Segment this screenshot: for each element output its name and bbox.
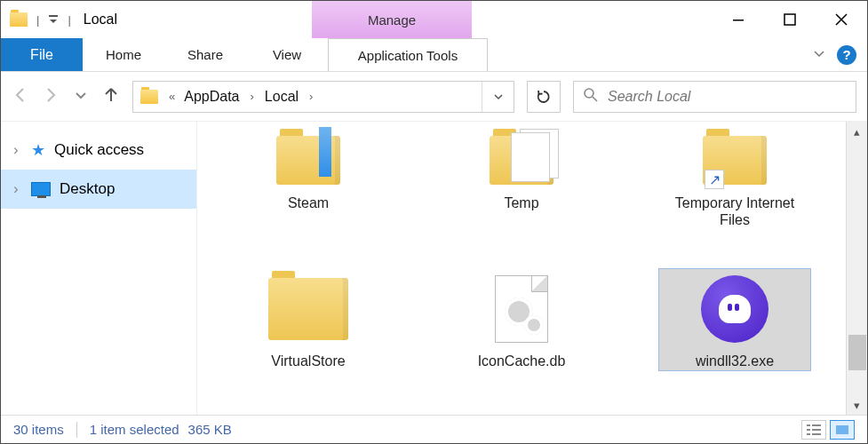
search-placeholder: Search Local — [608, 89, 690, 105]
window-title: Local — [84, 12, 117, 28]
shortcut-overlay-icon: ↗ — [705, 170, 724, 189]
breadcrumb-local[interactable]: Local — [259, 89, 304, 105]
back-button[interactable] — [12, 86, 29, 107]
sidebar-item-label: Desktop — [60, 180, 115, 198]
svg-rect-10 — [836, 425, 848, 434]
help-button[interactable]: ? — [837, 45, 856, 65]
item-label: Temp — [504, 194, 538, 211]
expand-icon[interactable]: › — [13, 180, 22, 198]
item-label: IconCache.db — [478, 353, 566, 369]
breadcrumb-appdata[interactable]: AppData — [179, 89, 244, 105]
folder-item-steam[interactable]: Steam — [233, 129, 384, 228]
navigation-bar: « AppData › Local › Search Local — [1, 72, 867, 122]
tab-home[interactable]: Home — [83, 38, 164, 71]
svg-rect-9 — [812, 433, 821, 435]
qat-dropdown-icon[interactable] — [48, 14, 59, 25]
status-selection-size: 365 KB — [188, 422, 232, 437]
item-label: Steam — [288, 194, 329, 211]
file-item-windll32-exe[interactable]: windll32.exe — [659, 269, 810, 369]
maximize-button[interactable] — [764, 3, 816, 36]
svg-rect-5 — [812, 424, 821, 426]
desktop-icon — [31, 182, 51, 196]
view-large-icons-button[interactable] — [830, 420, 855, 440]
scroll-thumb[interactable] — [848, 335, 866, 370]
application-icon — [701, 275, 768, 343]
folder-icon — [268, 278, 348, 340]
context-tab-manage[interactable]: Manage — [312, 1, 472, 38]
quick-access-icon: ★ — [31, 140, 45, 160]
titlebar-separator: | — [36, 13, 39, 27]
tab-share[interactable]: Share — [164, 38, 246, 71]
ribbon-collapse-icon[interactable] — [812, 46, 826, 63]
breadcrumb-truncated[interactable]: « — [165, 90, 179, 103]
item-label: Temporary Internet Files — [659, 194, 810, 228]
expand-icon[interactable]: › — [13, 141, 22, 159]
svg-rect-6 — [807, 429, 810, 431]
close-button[interactable] — [816, 3, 867, 36]
address-folder-icon — [140, 90, 158, 104]
sidebar-item-quick-access[interactable]: › ★ Quick access — [1, 131, 196, 170]
folder-icon — [276, 136, 340, 185]
status-bar: 30 items 1 item selected 365 KB — [1, 415, 867, 443]
up-button[interactable] — [102, 86, 120, 107]
status-item-count: 30 items — [13, 422, 64, 437]
folder-icon — [490, 136, 553, 185]
file-item-iconcache[interactable]: IconCache.db — [446, 269, 597, 369]
system-file-icon — [495, 275, 548, 343]
file-menu[interactable]: File — [1, 38, 83, 71]
folder-item-virtualstore[interactable]: VirtualStore — [233, 269, 384, 369]
titlebar-separator: | — [68, 13, 70, 27]
svg-rect-7 — [812, 429, 821, 431]
svg-rect-2 — [784, 14, 795, 25]
scroll-down-button[interactable]: ▾ — [847, 395, 867, 415]
search-box[interactable]: Search Local — [573, 81, 856, 113]
scroll-up-button[interactable]: ▴ — [847, 122, 867, 141]
recent-locations-button[interactable] — [72, 86, 90, 107]
explorer-window: | | Local Manage File Home Share View Ap… — [0, 0, 868, 444]
tab-view[interactable]: View — [246, 38, 328, 71]
svg-rect-1 — [733, 20, 744, 21]
forward-button[interactable] — [42, 86, 60, 107]
svg-rect-4 — [807, 424, 810, 426]
address-bar[interactable]: « AppData › Local › — [132, 81, 514, 113]
svg-rect-8 — [807, 433, 810, 435]
folder-item-temp-internet-files[interactable]: ↗ Temporary Internet Files — [659, 129, 810, 228]
sidebar-item-desktop[interactable]: › Desktop — [1, 170, 196, 209]
item-label: windll32.exe — [696, 353, 774, 369]
minimize-button[interactable] — [713, 3, 764, 36]
status-selection-count: 1 item selected — [90, 422, 179, 437]
sidebar-item-label: Quick access — [54, 141, 144, 159]
view-details-button[interactable] — [801, 420, 826, 440]
file-list-pane[interactable]: Steam Temp ↗ Temporary Internet Files Vi… — [197, 122, 846, 415]
tab-application-tools[interactable]: Application Tools — [328, 38, 488, 71]
chevron-right-icon[interactable]: › — [245, 90, 259, 103]
address-history-dropdown[interactable] — [482, 82, 514, 112]
navigation-pane: › ★ Quick access › Desktop — [1, 122, 197, 415]
svg-point-3 — [585, 89, 593, 98]
titlebar: | | Local Manage — [1, 1, 867, 38]
refresh-button[interactable] — [527, 81, 561, 113]
ribbon-tabs: File Home Share View Application Tools ? — [1, 38, 867, 72]
item-label: VirtualStore — [271, 353, 345, 369]
titlebar-folder-icon — [10, 12, 28, 27]
vertical-scrollbar[interactable]: ▴ ▾ — [846, 122, 867, 415]
svg-rect-0 — [49, 15, 58, 17]
search-icon — [583, 87, 599, 107]
chevron-right-icon[interactable]: › — [304, 90, 318, 103]
folder-item-temp[interactable]: Temp — [446, 129, 597, 228]
